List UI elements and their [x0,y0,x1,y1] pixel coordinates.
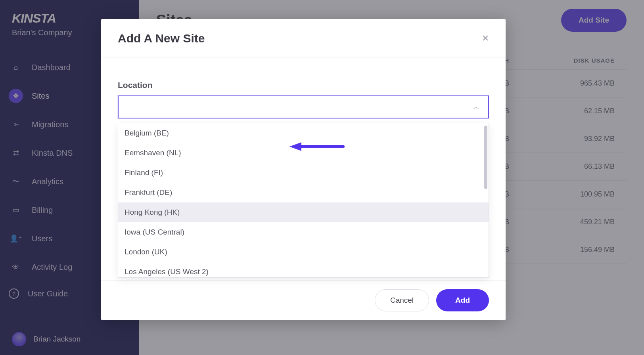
location-option[interactable]: Eemshaven (NL) [118,143,489,163]
location-select[interactable]: ︿ [118,95,489,118]
location-option[interactable]: Los Angeles (US West 2) [118,262,489,278]
location-option[interactable]: London (UK) [118,242,489,262]
close-icon[interactable]: ✕ [482,33,489,44]
chevron-up-icon: ︿ [473,103,479,111]
dropdown-scrollbar[interactable] [484,126,487,189]
location-option[interactable]: Iowa (US Central) [118,222,489,242]
location-dropdown: Belgium (BE)Eemshaven (NL)Finland (FI)Fr… [118,123,489,278]
location-option[interactable]: Frankfurt (DE) [118,183,489,202]
add-site-modal: Add A New Site ✕ Location ︿ Belgium (BE)… [101,19,506,320]
location-label: Location [118,80,489,90]
location-option[interactable]: Hong Kong (HK) [118,202,489,222]
location-option[interactable]: Finland (FI) [118,163,489,183]
cancel-button[interactable]: Cancel [375,289,429,311]
location-option[interactable]: Belgium (BE) [118,123,489,143]
add-button[interactable]: Add [436,289,489,311]
modal-title: Add A New Site [118,32,205,45]
